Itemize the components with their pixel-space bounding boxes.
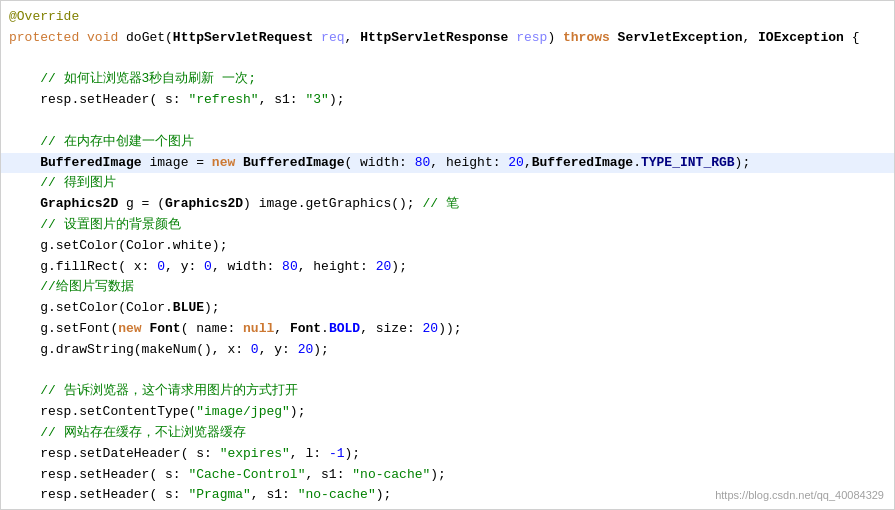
code-line-25 [1, 506, 894, 510]
keyword-new: new [212, 153, 235, 174]
comment-6: // 告诉浏览器，这个请求用图片的方式打开 [9, 381, 298, 402]
code-line-13: g.fillRect( x: 0 , y: 0 , width: 80 , he… [1, 257, 894, 278]
string-cache-control: "Cache-Control" [188, 465, 305, 486]
comment-pen: // 笔 [422, 194, 458, 215]
code-line-3 [1, 49, 894, 70]
code-line-11: // 设置图片的背景颜色 [1, 215, 894, 236]
string-refresh: "refresh" [188, 90, 258, 111]
number-80: 80 [415, 153, 431, 174]
comment-5: //给图片写数据 [9, 277, 134, 298]
class-httpservletrequest: HttpServletRequest [173, 28, 313, 49]
code-line-18 [1, 361, 894, 382]
code-line-21: // 网站存在缓存，不让浏览器缓存 [1, 423, 894, 444]
comment-2: // 在内存中创建一个图片 [9, 132, 194, 153]
string-3: "3" [305, 90, 328, 111]
code-line-14: //给图片写数据 [1, 277, 894, 298]
code-line-2: protected void doGet( HttpServletRequest… [1, 28, 894, 49]
keyword-void: void [87, 28, 118, 49]
code-line-12: g.setColor(Color.white); [1, 236, 894, 257]
code-editor: @Override protected void doGet( HttpServ… [0, 0, 895, 510]
comment-1: // 如何让浏览器3秒自动刷新 一次; [9, 69, 256, 90]
code-line-17: g.drawString(makeNum(), x: 0 , y: 20 ); [1, 340, 894, 361]
string-pragma: "Pragma" [188, 485, 250, 506]
annotation: @Override [9, 7, 79, 28]
code-line-4: // 如何让浏览器3秒自动刷新 一次; [1, 69, 894, 90]
code-line-6 [1, 111, 894, 132]
number-20: 20 [508, 153, 524, 174]
code-line-9: // 得到图片 [1, 173, 894, 194]
comment-7: // 网站存在缓存，不让浏览器缓存 [9, 423, 246, 444]
code-lines: @Override protected void doGet( HttpServ… [1, 7, 894, 510]
comment-3: // 得到图片 [9, 173, 116, 194]
code-line-23: resp.setHeader( s: "Cache-Control" , s1:… [1, 465, 894, 486]
code-line-5: resp.setHeader( s: "refresh" , s1: "3" )… [1, 90, 894, 111]
code-line-22: resp.setDateHeader( s: "expires" , l: -1… [1, 444, 894, 465]
class-ioexception: IOException [758, 28, 844, 49]
string-no-cache-2: "no-cache" [298, 485, 376, 506]
string-image-jpeg: "image/jpeg" [196, 402, 290, 423]
param-resp: resp [508, 28, 547, 49]
code-line-7: // 在内存中创建一个图片 [1, 132, 894, 153]
code-line-19: // 告诉浏览器，这个请求用图片的方式打开 [1, 381, 894, 402]
keyword-protected: protected [9, 28, 79, 49]
comment-4: // 设置图片的背景颜色 [9, 215, 181, 236]
code-line-1: @Override [1, 7, 894, 28]
string-expires: "expires" [220, 444, 290, 465]
code-line-20: resp.setContentType( "image/jpeg" ); [1, 402, 894, 423]
class-httpservletresponse: HttpServletResponse [360, 28, 508, 49]
class-servletexception: ServletException [618, 28, 743, 49]
code-line-15: g.setColor(Color. BLUE ); [1, 298, 894, 319]
code-line-8: BufferedImage image = new BufferedImage … [1, 153, 894, 174]
watermark: https://blog.csdn.net/qq_40084329 [715, 489, 884, 501]
code-line-16: g.setFont( new Font ( name: null , Font … [1, 319, 894, 340]
string-no-cache-1: "no-cache" [352, 465, 430, 486]
code-line-10: Graphics2D g = ( Graphics2D ) image.getG… [1, 194, 894, 215]
keyword-throws: throws [563, 28, 610, 49]
param-req: req [313, 28, 344, 49]
